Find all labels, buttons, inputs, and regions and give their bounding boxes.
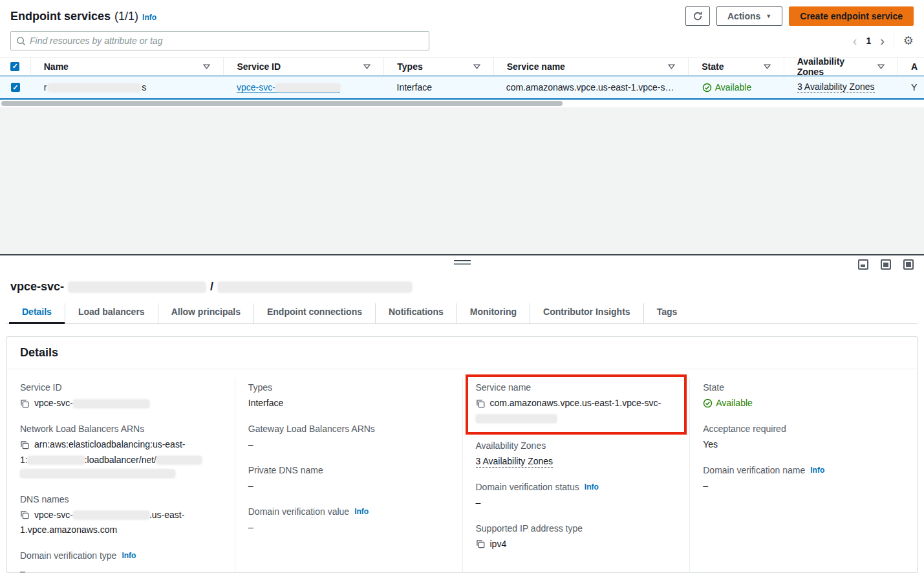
- state-text: Available: [715, 82, 752, 92]
- page-title: Endpoint services (1/1) Info: [10, 10, 156, 23]
- field-value: .us-east-: [149, 510, 184, 520]
- sort-icon[interactable]: [668, 63, 675, 70]
- page-number[interactable]: 1: [866, 36, 871, 46]
- sort-icon[interactable]: [473, 63, 480, 70]
- table-empty-area: [0, 107, 924, 254]
- column-header-state[interactable]: State: [689, 58, 784, 75]
- column-header-service-name[interactable]: Service name: [494, 58, 689, 75]
- info-link[interactable]: Info: [122, 551, 136, 560]
- details-column-2: Types Interface Gateway Load Balancers A…: [235, 378, 462, 573]
- search-box[interactable]: [10, 31, 429, 50]
- sort-icon[interactable]: [764, 63, 771, 70]
- state-text: Available: [716, 396, 753, 410]
- field-supported-ip-type: Supported IP address type ipv4: [476, 523, 677, 551]
- field-label: Supported IP address type: [476, 523, 583, 534]
- copy-icon[interactable]: [20, 510, 29, 519]
- field-value-empty: –: [476, 496, 677, 510]
- field-label: Domain verification name: [703, 465, 805, 475]
- actions-button[interactable]: Actions ▼: [716, 6, 782, 26]
- field-label: Domain verification type: [20, 550, 116, 561]
- cell-state: Available: [689, 76, 784, 98]
- tab-allow-principals[interactable]: Allow principals: [158, 303, 253, 323]
- checkbox-checked-icon: ✓: [11, 83, 20, 92]
- field-availability-zones: Availability Zones 3 Availability Zones: [476, 440, 677, 468]
- info-link[interactable]: Info: [354, 507, 369, 516]
- settings-gear-icon[interactable]: ⚙: [903, 34, 914, 48]
- field-acceptance-required: Acceptance required Yes: [703, 424, 904, 451]
- field-value: com.amazonaws.vpce.us-east-1.vpce-svc-: [490, 396, 661, 410]
- info-link[interactable]: Info: [585, 482, 599, 492]
- field-value-empty: –: [248, 521, 449, 534]
- tab-details[interactable]: Details: [9, 303, 65, 323]
- column-header-types[interactable]: Types: [384, 58, 493, 75]
- field-glb-arns: Gateway Load Balancers ARNs –: [248, 424, 449, 451]
- details-column-1: Service ID vpce-svc- Network Load Balanc…: [7, 378, 235, 573]
- sort-icon[interactable]: [203, 63, 210, 70]
- row-checkbox[interactable]: ✓: [0, 76, 31, 98]
- field-nlb-arns: Network Load Balancers ARNs arn:aws:elas…: [20, 424, 222, 481]
- name-text: s: [142, 82, 146, 92]
- availability-zones-popover-link[interactable]: 3 Availability Zones: [797, 81, 875, 93]
- create-endpoint-service-button[interactable]: Create endpoint service: [789, 6, 914, 26]
- sort-icon[interactable]: [363, 63, 371, 70]
- service-id-link[interactable]: vpce-svc-: [237, 82, 340, 93]
- tab-endpoint-connections[interactable]: Endpoint connections: [253, 303, 375, 323]
- horizontal-scrollbar-thumb[interactable]: [1, 101, 563, 106]
- prev-page-icon[interactable]: ‹: [853, 34, 857, 47]
- tab-tags[interactable]: Tags: [643, 303, 691, 323]
- field-label: Domain verification status: [476, 482, 579, 492]
- cell-service-name: com.amazonaws.vpce.us-east-1.vpce-sv...: [493, 76, 689, 98]
- panel-size-full-icon[interactable]: [903, 259, 914, 270]
- field-types: Types Interface: [248, 382, 449, 410]
- info-link[interactable]: Info: [810, 466, 824, 475]
- tab-monitoring[interactable]: Monitoring: [457, 303, 530, 323]
- copy-icon[interactable]: [20, 399, 29, 408]
- cell-types: Interface: [384, 76, 493, 98]
- split-panel-drag-handle[interactable]: [454, 260, 471, 265]
- table-row[interactable]: ✓ rs vpce-svc- Interface com.amazonaws.v…: [0, 76, 924, 100]
- next-page-icon[interactable]: ›: [880, 34, 885, 47]
- tab-contributor-insights[interactable]: Contributor Insights: [530, 303, 643, 323]
- column-header-name[interactable]: Name: [31, 58, 224, 75]
- detail-title-service-id: vpce-svc-: [10, 280, 64, 294]
- column-header-acceptance[interactable]: A: [898, 58, 924, 75]
- availability-zones-popover-link[interactable]: 3 Availability Zones: [476, 456, 553, 468]
- toolbar: ‹ 1 › ⚙: [0, 28, 924, 57]
- status-available-icon: [702, 83, 712, 92]
- actions-button-label: Actions: [727, 11, 760, 21]
- panel-size-small-icon[interactable]: [858, 259, 868, 270]
- column-header-service-id[interactable]: Service ID: [224, 58, 384, 75]
- info-link[interactable]: Info: [142, 13, 156, 22]
- copy-icon[interactable]: [476, 399, 485, 408]
- detail-tabs: Details Load balancers Allow principals …: [6, 303, 918, 324]
- tab-notifications[interactable]: Notifications: [375, 303, 457, 323]
- panel-size-medium-icon[interactable]: [881, 259, 891, 270]
- field-state: State Available: [703, 382, 904, 410]
- copy-icon[interactable]: [20, 440, 29, 449]
- page-header: Endpoint services (1/1) Info Actions ▼ C…: [0, 0, 924, 28]
- field-label: Availability Zones: [476, 440, 546, 451]
- redacted-service-id: [275, 83, 340, 92]
- refresh-button[interactable]: [685, 6, 710, 26]
- field-value: 1.vpce.amazonaws.com: [20, 524, 117, 535]
- field-value: :loadbalancer/net/: [85, 455, 156, 465]
- sort-icon[interactable]: [877, 63, 885, 70]
- column-header-availability-zones[interactable]: Availability Zones: [784, 58, 898, 75]
- detail-title-separator: /: [210, 280, 213, 294]
- pager-separator: [894, 34, 894, 48]
- state-value: Available: [702, 82, 752, 92]
- search-input[interactable]: [30, 36, 424, 46]
- tab-load-balancers[interactable]: Load balancers: [65, 303, 158, 323]
- field-domain-verification-status: Domain verification status Info –: [476, 482, 677, 510]
- field-value: Interface: [248, 396, 449, 410]
- resource-count: (1/1): [114, 10, 138, 23]
- field-label: Gateway Load Balancers ARNs: [248, 424, 375, 434]
- field-domain-verification-name: Domain verification name Info –: [703, 465, 904, 493]
- pagination: ‹ 1 › ⚙: [853, 34, 914, 48]
- field-service-id: Service ID vpce-svc-: [20, 382, 222, 410]
- select-all-checkbox[interactable]: ✓: [0, 58, 31, 75]
- column-header-label: Service ID: [237, 61, 281, 72]
- field-private-dns-name: Private DNS name –: [248, 465, 449, 493]
- copy-icon[interactable]: [476, 539, 485, 548]
- field-value: arn:aws:elasticloadbalancing:us-east-: [34, 438, 185, 451]
